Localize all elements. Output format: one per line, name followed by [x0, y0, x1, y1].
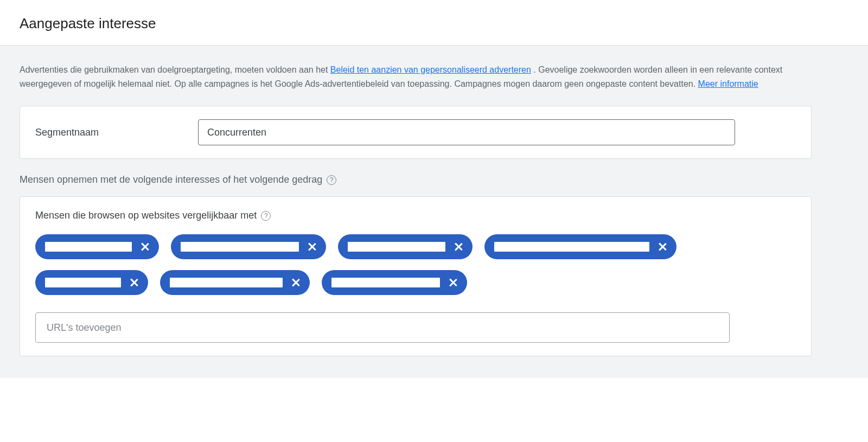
url-chip[interactable]	[171, 234, 326, 259]
page-title: Aangepaste interesse	[20, 15, 848, 32]
close-icon[interactable]	[307, 241, 317, 252]
page-header: Aangepaste interesse	[0, 0, 868, 46]
url-chips-container	[35, 234, 796, 295]
browse-card: Mensen die browsen op websites vergelijk…	[20, 196, 812, 356]
main-content: Advertenties die gebruikmaken van doelgr…	[0, 46, 868, 378]
segment-name-input[interactable]	[198, 119, 735, 145]
close-icon[interactable]	[290, 277, 301, 288]
more-info-link[interactable]: Meer informatie	[698, 79, 758, 88]
url-chip-text	[331, 278, 440, 287]
help-icon[interactable]: ?	[261, 211, 271, 221]
url-chip[interactable]	[160, 270, 310, 295]
url-chip[interactable]	[35, 234, 159, 259]
desc-text-1: Advertenties die gebruikmaken van doelgr…	[20, 65, 330, 74]
url-chip-text	[348, 242, 445, 252]
add-url-input[interactable]	[35, 312, 730, 343]
url-chip[interactable]	[35, 270, 148, 295]
url-chip-text	[45, 278, 121, 287]
url-chip-text	[170, 278, 283, 287]
url-chip-text	[181, 242, 299, 252]
policy-description: Advertenties die gebruikmaken van doelgr…	[20, 63, 812, 91]
browse-label-text: Mensen die browsen op websites vergelijk…	[35, 210, 257, 221]
close-icon[interactable]	[657, 241, 668, 252]
url-chip-text	[45, 242, 132, 252]
url-chip-text	[494, 242, 649, 252]
help-icon[interactable]: ?	[327, 175, 336, 185]
close-icon[interactable]	[448, 277, 458, 288]
segment-name-label: Segmentnaam	[35, 127, 176, 138]
close-icon[interactable]	[139, 241, 150, 252]
close-icon[interactable]	[129, 277, 139, 288]
close-icon[interactable]	[453, 241, 464, 252]
url-chip[interactable]	[484, 234, 676, 259]
include-label-text: Mensen opnemen met de volgende interesse…	[20, 174, 322, 185]
url-chip[interactable]	[338, 234, 473, 259]
segment-name-card: Segmentnaam	[20, 106, 812, 159]
include-section-label: Mensen opnemen met de volgende interesse…	[20, 174, 812, 185]
url-chip[interactable]	[322, 270, 467, 295]
policy-link[interactable]: Beleid ten aanzien van gepersonaliseerd …	[330, 65, 531, 74]
browse-label: Mensen die browsen op websites vergelijk…	[35, 210, 796, 221]
